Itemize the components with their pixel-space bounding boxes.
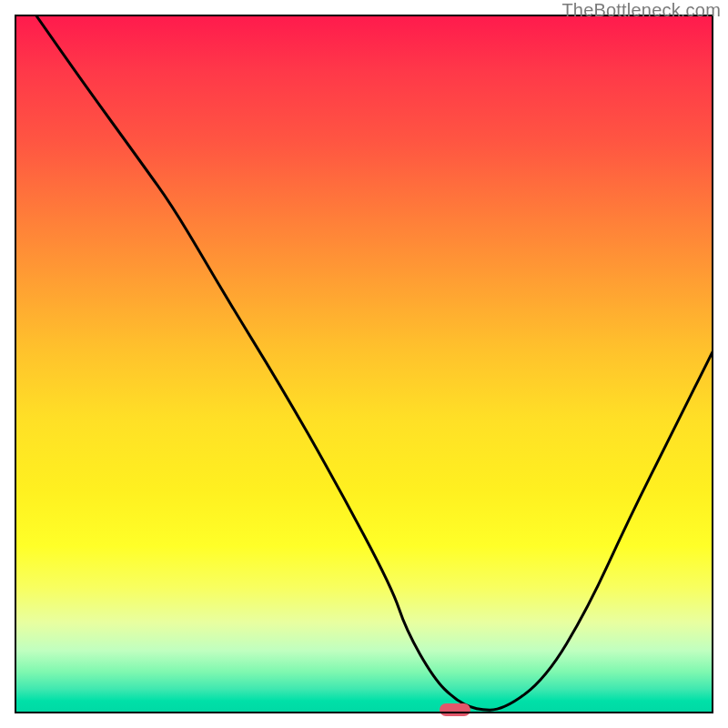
- watermark-text: TheBottleneck.com: [561, 0, 721, 21]
- plot-gradient-background: [15, 15, 713, 713]
- bottleneck-chart: TheBottleneck.com: [0, 0, 728, 728]
